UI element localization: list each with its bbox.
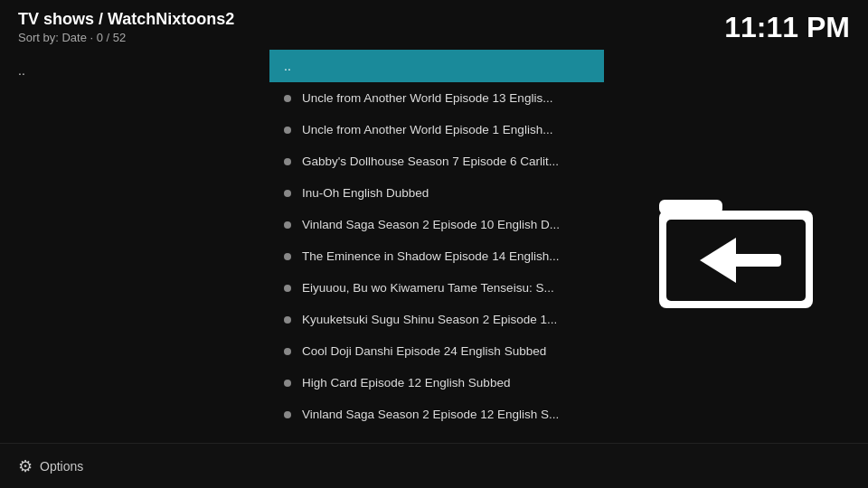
list-item-dot [284, 190, 291, 197]
folder-back-icon [650, 174, 822, 319]
list-item-dot [284, 411, 291, 418]
bottom-bar: ⚙ Options [0, 443, 868, 488]
list-item[interactable]: Vinland Saga Season 2 Episode 10 English… [269, 209, 604, 240]
list-item-dot [284, 158, 291, 165]
svg-rect-4 [731, 254, 781, 267]
list-item-label: Vinland Saga Season 2 Episode 10 English… [302, 218, 560, 231]
list-item-dot [284, 253, 291, 260]
options-label: Options [40, 459, 83, 474]
left-panel: .. [0, 54, 267, 443]
list-item-label: .. [284, 59, 291, 73]
list-item-label: Vinland Saga Season 2 Episode 12 English… [302, 408, 559, 421]
list-item-dot [284, 127, 291, 134]
list-item[interactable]: .. [269, 50, 604, 82]
right-panel [604, 50, 868, 443]
list-item-dot [284, 285, 291, 292]
options-button[interactable]: ⚙ Options [18, 456, 83, 476]
list-item-label: Uncle from Another World Episode 13 Engl… [302, 91, 552, 105]
list-item-dot [284, 221, 291, 229]
list-item-dot [284, 348, 291, 355]
list-item-label: Gabby's Dollhouse Season 7 Episode 6 Car… [302, 155, 559, 168]
settings-icon: ⚙ [18, 456, 33, 476]
clock: 11:11 PM [724, 11, 850, 44]
header: TV shows / WatchNixtoons2 Sort by: Date … [0, 0, 868, 54]
list-item-label: Eiyuuou, Bu wo Kiwameru Tame Tenseisu: S… [302, 281, 554, 295]
list-item-label: The Eminence in Shadow Episode 14 Englis… [302, 249, 559, 263]
list-item[interactable]: Inu-Oh English Dubbed [269, 177, 604, 209]
list-item-dot [284, 316, 291, 324]
list-item[interactable]: Eiyuuou, Bu wo Kiwameru Tame Tenseisu: S… [269, 272, 604, 304]
list-item-label: High Card Episode 12 English Subbed [302, 376, 510, 389]
list-item[interactable]: Uncle from Another World Episode 1 Engli… [269, 114, 604, 145]
episode-list: ..Uncle from Another World Episode 13 En… [269, 50, 604, 443]
list-item[interactable]: The Eminence in Shadow Episode 14 Englis… [269, 240, 604, 272]
list-item-label: Kyuuketsuki Sugu Shinu Season 2 Episode … [302, 313, 557, 326]
header-left: TV shows / WatchNixtoons2 Sort by: Date … [18, 10, 234, 44]
list-item[interactable]: Vinland Saga Season 2 Episode 12 English… [269, 399, 604, 430]
parent-nav-item[interactable]: .. [18, 63, 25, 78]
list-item[interactable]: Kyuuketsuki Sugu Shinu Season 2 Episode … [269, 304, 604, 335]
list-item[interactable]: Uncle from Another World Episode 13 Engl… [269, 82, 604, 114]
list-item[interactable]: High Card Episode 12 English Subbed [269, 367, 604, 399]
list-item-label: Cool Doji Danshi Episode 24 English Subb… [302, 344, 546, 358]
list-item-dot [284, 95, 291, 102]
page-title: TV shows / WatchNixtoons2 [18, 10, 234, 29]
list-item-label: Inu-Oh English Dubbed [302, 186, 429, 200]
list-item[interactable]: Gabby's Dollhouse Season 7 Episode 6 Car… [269, 145, 604, 177]
sort-info: Sort by: Date · 0 / 52 [18, 31, 234, 44]
list-item-label: Uncle from Another World Episode 1 Engli… [302, 123, 552, 136]
list-item-dot [284, 380, 291, 387]
list-item[interactable]: Cool Doji Danshi Episode 24 English Subb… [269, 335, 604, 367]
